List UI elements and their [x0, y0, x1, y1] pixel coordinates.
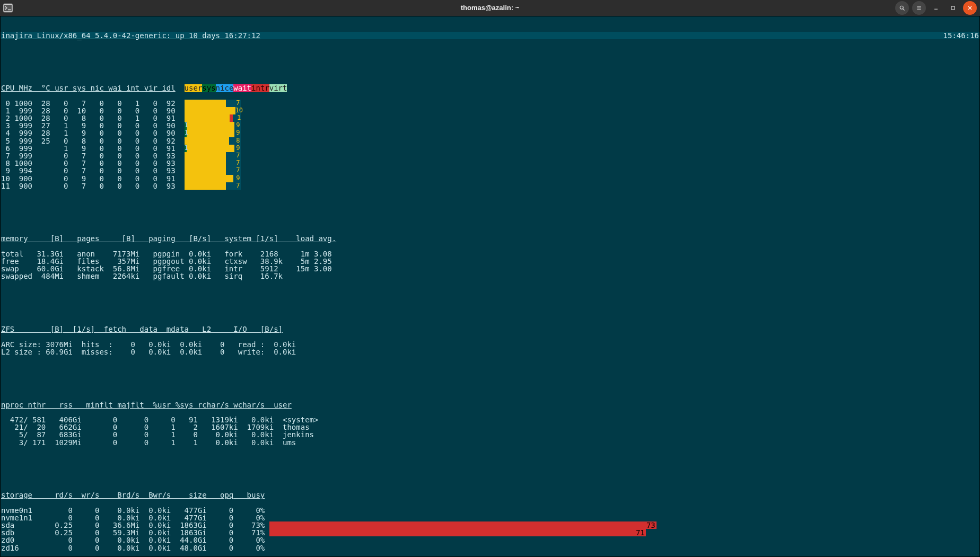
legend-wait: wait: [233, 84, 251, 92]
storage-row: zd0 0 0 0.0ki 0.0ki 44.0Gi 0 0%: [1, 536, 979, 544]
legend-nice: nice: [216, 84, 234, 92]
legend-sys: sys: [202, 84, 215, 92]
cpu-bar: 8: [185, 137, 241, 145]
terminal-viewport[interactable]: inajira Linux/x86_64 5.4.0-42-generic: u…: [0, 16, 980, 557]
cpu-row: 11 900 0 7 0 0 0 0 93 7: [1, 182, 979, 190]
search-icon: [899, 5, 905, 11]
cpu-row: 5 999 25 0 8 0 0 0 0 92 8: [1, 137, 979, 145]
cpu-row: 1 999 28 0 10 0 0 0 0 90 10: [1, 107, 979, 114]
zfs-header: ZFS [B] [1/s] fetch data mdata L2 I/O [B…: [1, 325, 979, 333]
spacer: [1, 295, 979, 303]
zfs-row: ARC size: 3076Mi hits : 0 0.0ki 0.0ki 0 …: [1, 341, 979, 348]
cpu-row: 8 1000 0 7 0 0 0 0 93 7: [1, 160, 979, 167]
cpu-row: 9 994 0 7 0 0 0 0 93 7: [1, 167, 979, 174]
cpu-header-row: CPU MHz °C usr sys nic wai int vir idl u…: [1, 84, 979, 92]
nproc-header: nproc nthr rss minflt majflt %usr %sys r…: [1, 401, 979, 409]
nproc-row: 3/ 171 1029Mi 0 0 1 1 0.0ki 0.0ki ums: [1, 439, 979, 446]
cpu-row: 6 999 1 9 0 0 0 0 91 19: [1, 145, 979, 152]
maximize-button[interactable]: [946, 1, 960, 15]
window-title: thomas@azalin: ~: [461, 4, 520, 11]
cpu-bar: 7: [185, 160, 241, 167]
cpu-bar: 7: [185, 152, 241, 160]
spacer: [1, 54, 979, 61]
cpu-bar: 8 1: [185, 114, 241, 122]
memory-row: free 18.4Gi files 357Mi pgpgout 0.0ki ct…: [1, 258, 979, 265]
nproc-row: 472/ 581 406Gi 0 0 0 91 1319ki 0.0ki <sy…: [1, 416, 979, 423]
storage-rows: nvme0n1 0 0 0.0ki 0.0ki 477Gi 0 0% nvme1…: [1, 507, 979, 552]
svg-rect-0: [4, 4, 12, 12]
memory-rows: total 31.3Gi anon 7173Mi pgpgin 0.0ki fo…: [1, 250, 979, 280]
memory-row: total 31.3Gi anon 7173Mi pgpgin 0.0ki fo…: [1, 250, 979, 258]
header-line: inajira Linux/x86_64 5.4.0-42-generic: u…: [1, 32, 979, 39]
cpu-bar: 19: [185, 145, 241, 152]
svg-rect-2: [951, 6, 955, 10]
search-button[interactable]: [895, 1, 909, 15]
zfs-rows: ARC size: 3076Mi hits : 0 0.0ki 0.0ki 0 …: [1, 341, 979, 356]
hamburger-icon: [916, 5, 922, 11]
nproc-rows: 472/ 581 406Gi 0 0 0 91 1319ki 0.0ki <sy…: [1, 416, 979, 446]
nproc-row: 5/ 87 683Gi 0 0 1 0 0.0ki 0.0ki jenkins: [1, 431, 979, 438]
memory-header: memory [B] pages [B] paging [B/s] system…: [1, 235, 979, 242]
cpu-bar: 19: [185, 129, 241, 137]
maximize-icon: [950, 5, 956, 11]
close-icon: [967, 5, 973, 11]
cpu-bar: 7: [185, 167, 241, 174]
cpu-bar: 19: [185, 122, 241, 129]
minimize-button[interactable]: [929, 1, 943, 15]
legend-user: user: [185, 84, 203, 92]
menu-button[interactable]: [912, 1, 926, 15]
cpu-row: 3 999 27 1 9 0 0 0 0 90 19: [1, 122, 979, 129]
legend-virt: virt: [269, 84, 287, 92]
storage-header: storage rd/s wr/s Brd/s Bwr/s size opq b…: [1, 491, 979, 499]
storage-row: sda 0.25 0 36.6Mi 0.0ki 1863Gi 0 73% 73: [1, 521, 979, 529]
app-terminal-icon: [3, 3, 13, 13]
minimize-icon: [933, 5, 939, 11]
close-button[interactable]: [963, 1, 977, 15]
memory-row: swap 60.0Gi kstack 56.8Mi pgfree 0.0ki i…: [1, 265, 979, 272]
cpu-row: 0 1000 28 0 7 0 0 1 0 92 7: [1, 100, 979, 107]
legend-intr: intr: [251, 84, 269, 92]
spacer: [1, 371, 979, 378]
cpu-row: 10 900 0 9 0 0 0 0 91 9: [1, 175, 979, 182]
host-info: inajira Linux/x86_64 5.4.0-42-generic: u…: [1, 31, 260, 40]
zfs-row: L2 size : 60.9Gi misses: 0 0.0ki 0.0ki 0…: [1, 348, 979, 356]
storage-row: sdb 0.25 0 59.3Mi 0.0ki 1863Gi 0 71% 71: [1, 529, 979, 536]
cpu-row: 4 999 28 1 9 0 0 0 0 90 19: [1, 129, 979, 137]
spacer: [1, 205, 979, 212]
storage-row: nvme1n1 0 0 0.0ki 0.0ki 477Gi 0 0%: [1, 514, 979, 521]
cpu-bar: 7: [185, 182, 241, 190]
storage-busy-bar: 73: [269, 521, 657, 529]
memory-row: swapped 484Mi shmem 2264ki pgfault 0.0ki…: [1, 272, 979, 280]
clock: 15:46:16: [943, 32, 979, 39]
storage-busy-bar: 71: [269, 529, 646, 536]
nproc-row: 21/ 20 662Gi 0 0 1 2 1607ki 1709ki thoma…: [1, 423, 979, 431]
cpu-bar: 9: [185, 175, 241, 182]
cpu-row: 7 999 0 7 0 0 0 0 93 7: [1, 152, 979, 160]
cpu-row: 2 1000 28 0 8 0 0 1 0 91 8 1: [1, 114, 979, 122]
storage-row: zd16 0 0 0.0ki 0.0ki 48.0Gi 0 0%: [1, 544, 979, 552]
cpu-bar: 7: [185, 100, 241, 107]
window-titlebar: thomas@azalin: ~: [0, 0, 980, 16]
storage-row: nvme0n1 0 0 0.0ki 0.0ki 477Gi 0 0%: [1, 507, 979, 514]
spacer: [1, 461, 979, 468]
cpu-columns: CPU MHz °C usr sys nic wai int vir idl: [1, 84, 176, 92]
svg-point-1: [900, 6, 903, 9]
cpu-bar: 10: [185, 107, 241, 114]
cpu-rows: 0 1000 28 0 7 0 0 1 0 92 7 1 999 28 0 10…: [1, 100, 979, 190]
